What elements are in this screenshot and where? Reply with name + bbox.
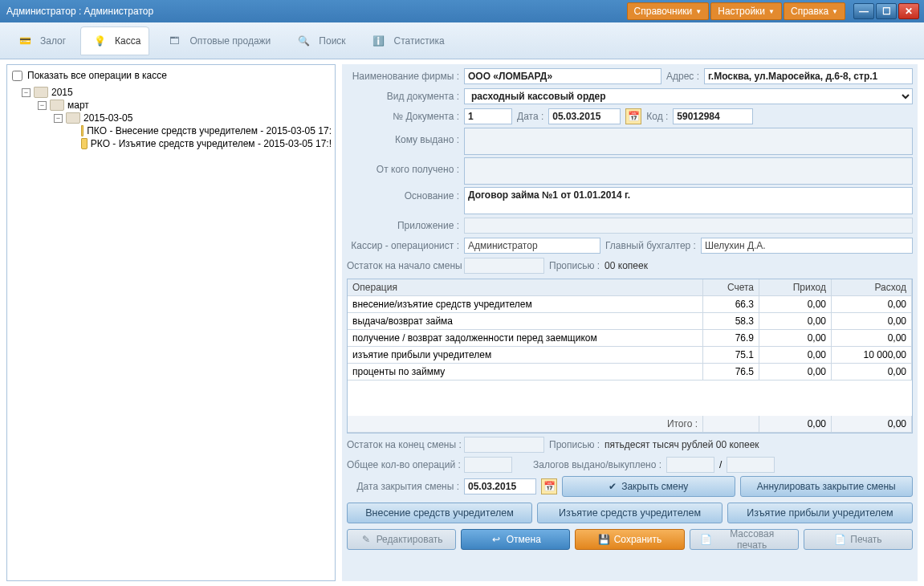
menu-references[interactable]: Справочники▼ xyxy=(627,2,710,20)
table-total-row: Итого :0,000,00 xyxy=(348,416,912,433)
table-empty-area xyxy=(348,380,912,416)
label-code: Код : xyxy=(646,111,668,122)
founder-deposit-button[interactable]: Внесение средств учредителем xyxy=(347,503,532,523)
save-button[interactable]: 💾Сохранить xyxy=(575,529,684,550)
balance-start-input xyxy=(464,258,544,274)
issued-to-input[interactable] xyxy=(464,128,913,155)
mass-print-button[interactable]: 📄Массовая печать xyxy=(690,529,799,550)
firm-input[interactable] xyxy=(464,68,661,84)
window-icon: 🗔 xyxy=(164,31,185,51)
folder-icon xyxy=(81,138,88,149)
table-row[interactable]: внесение/изъятие средств учредителем66.3… xyxy=(348,296,912,313)
tab-zalog[interactable]: 💳 Залог xyxy=(6,27,74,55)
label-date: Дата : xyxy=(517,111,543,122)
founder-withdraw-button[interactable]: Изъятие средств учредителем xyxy=(537,503,723,523)
print-button[interactable]: 📄Печать xyxy=(804,529,913,550)
tree-op-rko[interactable]: РКО - Изъятие средств учредителем - 2015… xyxy=(81,137,332,150)
label-address: Адрес : xyxy=(666,71,699,82)
card-icon: 💳 xyxy=(14,31,35,51)
close-button[interactable]: ✕ xyxy=(898,3,919,19)
tab-opt[interactable]: 🗔 Оптовые продажи xyxy=(156,27,279,55)
chevron-down-icon: ▼ xyxy=(695,8,702,15)
main-toolbar: 💳 Залог 💡 Касса 🗔 Оптовые продажи 🔍 Поис… xyxy=(0,22,924,59)
label-balance-end: Остаток на конец смены : xyxy=(347,439,459,450)
received-from-input[interactable] xyxy=(464,157,913,185)
doc-icon: 📄 xyxy=(700,534,711,545)
tree-year[interactable]: −2015 xyxy=(22,86,332,99)
title-bar: Администратор : Администратор Справочник… xyxy=(0,0,924,22)
date-input[interactable] xyxy=(548,108,621,124)
tab-stat[interactable]: ℹ️ Статистика xyxy=(360,27,453,55)
menu-help[interactable]: Справка▼ xyxy=(784,2,845,20)
operations-tree[interactable]: Показать все операции в кассе −2015 −мар… xyxy=(6,64,336,581)
window-buttons: — ☐ ✕ xyxy=(853,3,919,19)
collapse-icon[interactable]: − xyxy=(54,114,63,123)
label-firm: Наименование фирмы : xyxy=(347,71,459,82)
address-input[interactable] xyxy=(704,68,913,84)
doctype-select[interactable]: расходный кассовый ордер xyxy=(464,88,913,104)
label-received-from: От кого получено : xyxy=(347,157,459,175)
pencil-icon: ✎ xyxy=(360,534,372,545)
chief-accountant-input[interactable] xyxy=(701,238,913,254)
bulb-icon: 💡 xyxy=(89,31,110,51)
folder-icon xyxy=(66,112,80,124)
table-row[interactable]: изъятие прибыли учредителем75.10,0010 00… xyxy=(348,347,912,364)
zalog-redeemed-input xyxy=(727,457,775,473)
calendar-icon[interactable]: 📅 xyxy=(541,478,557,494)
close-date-input[interactable] xyxy=(464,478,536,494)
balance-end-words: пятьдесят тысяч рублей 00 копеек xyxy=(604,439,759,450)
col-income: Приход xyxy=(759,279,832,295)
label-doctype: Вид документа : xyxy=(347,91,459,102)
application-input[interactable] xyxy=(464,218,913,234)
edit-button[interactable]: ✎Редактировать xyxy=(347,529,456,550)
operations-table: Операция Счета Приход Расход внесение/из… xyxy=(347,279,913,433)
collapse-icon[interactable]: − xyxy=(38,101,47,110)
cashier-input[interactable] xyxy=(464,238,600,254)
label-chief-accountant: Главный бухгалтер : xyxy=(605,240,696,251)
calendar-icon[interactable]: 📅 xyxy=(625,108,641,124)
label-total-ops: Общее кол-во операций : xyxy=(347,459,459,470)
tab-kassa[interactable]: 💡 Касса xyxy=(80,26,149,55)
code-input[interactable] xyxy=(673,108,753,124)
cancel-button[interactable]: ↩Отмена xyxy=(461,529,570,550)
app-title: Администратор : Администратор xyxy=(6,6,627,17)
founder-profit-withdraw-button[interactable]: Изъятие прибыли учредителем xyxy=(727,503,913,523)
show-all-label: Показать все операции в кассе xyxy=(27,70,167,81)
save-icon: 💾 xyxy=(598,534,609,545)
close-shift-button[interactable]: ✔Закрыть смену xyxy=(562,476,735,497)
top-menu: Справочники▼ Настройки▼ Справка▼ xyxy=(627,2,845,20)
label-application: Приложение : xyxy=(347,220,459,231)
table-row[interactable]: выдача/возврат займа58.30,000,00 xyxy=(348,313,912,330)
show-all-checkbox-row[interactable]: Показать все операции в кассе xyxy=(10,68,332,83)
label-cashier: Кассир - операционист : xyxy=(347,240,459,251)
tree-month[interactable]: −март xyxy=(38,99,332,112)
label-in-words2: Прописью : xyxy=(549,439,600,450)
tree-op-pko[interactable]: ПКО - Внесение средств учредителем - 201… xyxy=(81,124,332,137)
label-docno: № Документа : xyxy=(347,111,459,122)
docno-input[interactable] xyxy=(464,108,512,124)
check-icon: ✔ xyxy=(609,481,617,492)
folder-icon xyxy=(34,87,48,98)
tree-day[interactable]: −2015-03-05 xyxy=(54,112,332,124)
basis-input[interactable]: Договор займа №1 от 01.01.2014 г. xyxy=(464,187,913,214)
label-balance-start: Остаток на начало смены : xyxy=(347,260,459,271)
collapse-icon[interactable]: − xyxy=(22,88,31,97)
label-close-date: Дата закрытия смены : xyxy=(347,481,459,492)
annul-shift-button[interactable]: Аннулировать закрытие смены xyxy=(740,476,914,497)
table-row[interactable]: получение / возврат задолженности перед … xyxy=(348,330,912,347)
total-ops-input xyxy=(464,457,512,473)
tab-search[interactable]: 🔍 Поиск xyxy=(285,27,353,55)
show-all-checkbox[interactable] xyxy=(12,71,22,81)
menu-settings[interactable]: Настройки▼ xyxy=(710,2,782,20)
balance-end-input xyxy=(464,437,544,453)
balance-start-words: 00 копеек xyxy=(604,260,648,271)
maximize-button[interactable]: ☐ xyxy=(876,3,897,19)
minimize-button[interactable]: — xyxy=(853,3,874,19)
table-row[interactable]: проценты по займму76.50,000,00 xyxy=(348,364,912,380)
col-operation: Операция xyxy=(348,279,703,295)
chevron-down-icon: ▼ xyxy=(768,8,775,15)
folder-icon xyxy=(81,125,83,136)
doc-icon: 📄 xyxy=(834,534,845,545)
label-zalog-io: Залогов выдано/выкуплено : xyxy=(533,459,661,470)
chevron-down-icon: ▼ xyxy=(832,8,838,15)
